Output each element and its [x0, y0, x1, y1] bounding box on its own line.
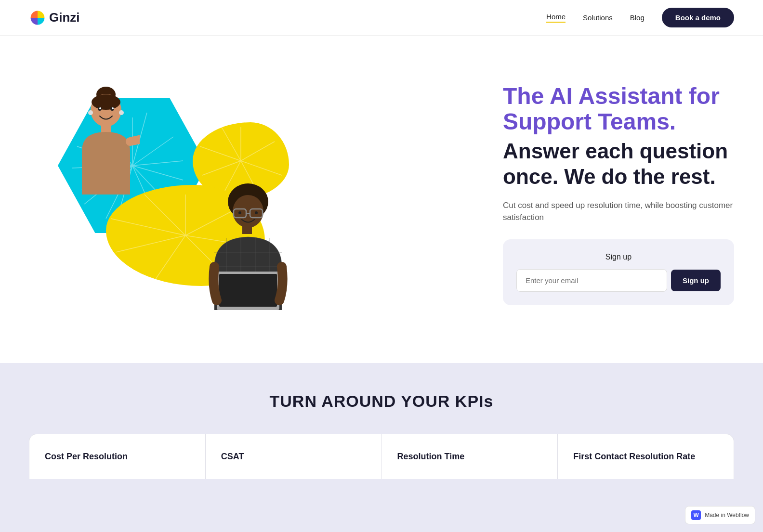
signup-button[interactable]: Sign up: [671, 270, 721, 291]
svg-point-37: [112, 107, 114, 109]
kpi-card-csat-title: CSAT: [221, 452, 366, 462]
kpi-card-cost-title: Cost Per Resolution: [45, 452, 190, 462]
kpi-cards: Cost Per Resolution CSAT Resolution Time…: [29, 434, 734, 479]
logo-icon: [29, 9, 46, 26]
nav-link-blog[interactable]: Blog: [630, 13, 645, 22]
kpi-section-title: TURN AROUND YOUR KPIs: [29, 392, 734, 411]
kpi-card-fcr-title: First Contact Resolution Rate: [573, 452, 718, 462]
svg-line-21: [200, 146, 241, 161]
logo[interactable]: Ginzi: [29, 9, 80, 26]
signup-card: Sign up Sign up: [503, 239, 734, 305]
hero-content: The AI Assistant for Support Teams. Answ…: [484, 84, 734, 305]
nav-links: Home Solutions Blog Book a demo: [546, 8, 734, 27]
svg-line-10: [132, 161, 183, 166]
man-svg: [207, 180, 289, 310]
navigation: Ginzi Home Solutions Blog Book a demo: [0, 0, 763, 36]
hero-subtitle: Cut cost and speed up resolution time, w…: [503, 199, 734, 224]
woman-svg: [72, 84, 140, 195]
svg-point-42: [233, 195, 263, 228]
webflow-badge: W Made in Webflow: [685, 506, 755, 524]
kpi-card-cost: Cost Per Resolution: [29, 434, 206, 479]
kpi-card-fcr: First Contact Resolution Rate: [558, 434, 734, 479]
svg-line-20: [202, 161, 241, 175]
hero-section: The AI Assistant for Support Teams. Answ…: [0, 36, 763, 363]
svg-line-27: [154, 235, 185, 281]
email-input[interactable]: [516, 269, 667, 292]
svg-line-16: [241, 142, 275, 161]
svg-line-17: [241, 161, 282, 175]
svg-point-40: [119, 110, 124, 115]
logo-text: Ginzi: [49, 10, 80, 25]
kpi-card-csat: CSAT: [206, 434, 382, 479]
nav-link-home[interactable]: Home: [546, 13, 566, 23]
signup-row: Sign up: [516, 269, 721, 292]
book-demo-button[interactable]: Book a demo: [662, 8, 734, 27]
webflow-label: Made in Webflow: [705, 512, 749, 519]
svg-line-30: [145, 195, 185, 235]
svg-rect-57: [219, 274, 277, 307]
kpi-card-resolution-time: Resolution Time: [382, 434, 558, 479]
webflow-icon: W: [691, 510, 701, 520]
kpi-card-resolution-time-title: Resolution Time: [397, 452, 542, 462]
hero-illustration: [29, 74, 299, 315]
person-man-illustration: [207, 180, 289, 310]
nav-link-solutions[interactable]: Solutions: [583, 13, 613, 22]
person-woman-illustration: [72, 84, 140, 195]
svg-point-33: [92, 94, 120, 110]
svg-line-28: [116, 235, 185, 252]
svg-rect-48: [242, 226, 252, 234]
svg-point-36: [99, 107, 101, 109]
svg-rect-38: [101, 124, 111, 133]
svg-point-47: [255, 211, 258, 214]
svg-point-46: [238, 211, 241, 214]
kpi-section: TURN AROUND YOUR KPIs Cost Per Resolutio…: [0, 363, 763, 532]
hero-title-purple: The AI Assistant for Support Teams.: [503, 84, 734, 135]
svg-line-29: [111, 219, 185, 235]
svg-line-3: [132, 166, 183, 180]
svg-point-39: [88, 110, 93, 115]
svg-line-22: [222, 127, 241, 161]
hero-title-dark: Answer each question once. We do the res…: [503, 139, 734, 190]
signup-label: Sign up: [516, 253, 721, 261]
